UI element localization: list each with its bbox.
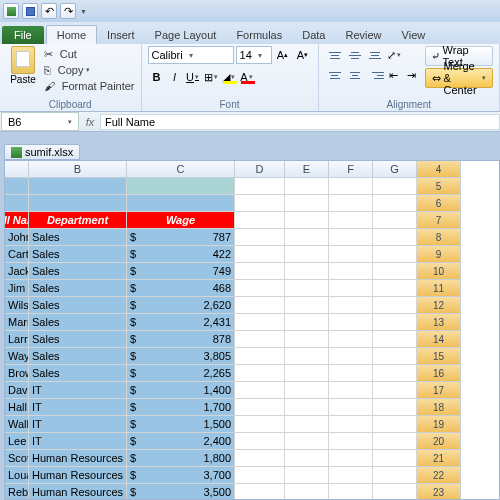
cell-name[interactable]: Jim Fitts bbox=[5, 280, 29, 297]
cell[interactable] bbox=[373, 348, 417, 365]
cell[interactable] bbox=[373, 263, 417, 280]
cell[interactable] bbox=[235, 229, 285, 246]
cell-dept[interactable]: Sales bbox=[29, 280, 127, 297]
bold-button[interactable]: B bbox=[148, 68, 166, 86]
cell-wage[interactable]: $2,620 bbox=[127, 297, 235, 314]
cell-dept[interactable]: IT bbox=[29, 433, 127, 450]
row-header[interactable]: 15 bbox=[417, 348, 461, 365]
cell-name[interactable]: Lee Carl bbox=[5, 433, 29, 450]
cell[interactable] bbox=[5, 178, 29, 195]
cell[interactable] bbox=[329, 212, 373, 229]
row-header[interactable]: 19 bbox=[417, 416, 461, 433]
cell[interactable] bbox=[373, 246, 417, 263]
cell-dept[interactable]: Sales bbox=[29, 331, 127, 348]
cell-dept[interactable]: Human Resources bbox=[29, 484, 127, 500]
format-painter-button[interactable]: 🖌 Format Painter bbox=[44, 78, 135, 94]
cell[interactable] bbox=[29, 195, 127, 212]
tab-data[interactable]: Data bbox=[292, 26, 335, 44]
cell-name[interactable]: Marry Christine bbox=[5, 314, 29, 331]
align-left-button[interactable] bbox=[325, 66, 345, 84]
row-header[interactable]: 12 bbox=[417, 297, 461, 314]
tab-home[interactable]: Home bbox=[46, 25, 97, 44]
cell[interactable] bbox=[5, 195, 29, 212]
cell-wage[interactable]: $1,800 bbox=[127, 450, 235, 467]
cell[interactable] bbox=[329, 365, 373, 382]
row-header[interactable]: 13 bbox=[417, 314, 461, 331]
cell[interactable] bbox=[373, 416, 417, 433]
save-icon[interactable] bbox=[22, 3, 38, 19]
cell[interactable] bbox=[285, 416, 329, 433]
cell[interactable] bbox=[235, 314, 285, 331]
cell[interactable] bbox=[235, 212, 285, 229]
cut-button[interactable]: ✂ Cut bbox=[44, 46, 135, 62]
cell[interactable] bbox=[329, 450, 373, 467]
row-header[interactable]: 4 bbox=[417, 161, 461, 178]
cell[interactable] bbox=[285, 314, 329, 331]
paste-button[interactable]: Paste bbox=[6, 46, 40, 85]
cell[interactable] bbox=[235, 297, 285, 314]
font-name-select[interactable]: Calibri▾ bbox=[148, 46, 234, 64]
row-header[interactable]: 17 bbox=[417, 382, 461, 399]
row-header[interactable]: 6 bbox=[417, 195, 461, 212]
cell[interactable] bbox=[373, 433, 417, 450]
cell-wage[interactable]: $3,700 bbox=[127, 467, 235, 484]
cell[interactable] bbox=[285, 450, 329, 467]
cell[interactable] bbox=[285, 331, 329, 348]
italic-button[interactable]: I bbox=[166, 68, 184, 86]
row-header[interactable]: 16 bbox=[417, 365, 461, 382]
cell[interactable] bbox=[373, 365, 417, 382]
cell[interactable] bbox=[373, 331, 417, 348]
row-header[interactable]: 8 bbox=[417, 229, 461, 246]
cell[interactable] bbox=[235, 263, 285, 280]
cell[interactable] bbox=[127, 195, 235, 212]
align-top-button[interactable] bbox=[325, 46, 345, 64]
row-header[interactable]: 5 bbox=[417, 178, 461, 195]
cell-wage[interactable]: $2,431 bbox=[127, 314, 235, 331]
increase-indent-button[interactable]: ⇥ bbox=[403, 66, 421, 84]
cell-dept[interactable]: IT bbox=[29, 416, 127, 433]
col-header[interactable]: C bbox=[127, 161, 235, 178]
cell[interactable] bbox=[329, 433, 373, 450]
cell[interactable] bbox=[329, 263, 373, 280]
cell[interactable] bbox=[235, 365, 285, 382]
qat-customize-icon[interactable]: ▼ bbox=[80, 8, 87, 15]
select-all[interactable] bbox=[5, 161, 29, 178]
cell-dept[interactable]: Sales bbox=[29, 229, 127, 246]
tab-file[interactable]: File bbox=[2, 26, 44, 44]
increase-font-icon[interactable]: A▴ bbox=[274, 46, 292, 64]
fx-icon[interactable]: fx bbox=[80, 116, 100, 128]
cell[interactable] bbox=[373, 399, 417, 416]
tab-page-layout[interactable]: Page Layout bbox=[145, 26, 227, 44]
cell-wage[interactable]: $1,500 bbox=[127, 416, 235, 433]
border-button[interactable]: ⊞▾ bbox=[202, 68, 220, 86]
undo-icon[interactable]: ↶ bbox=[41, 3, 57, 19]
cell-wage[interactable]: $468 bbox=[127, 280, 235, 297]
decrease-indent-button[interactable]: ⇤ bbox=[385, 66, 403, 84]
align-right-button[interactable] bbox=[365, 66, 385, 84]
cell[interactable] bbox=[373, 467, 417, 484]
cell[interactable] bbox=[235, 433, 285, 450]
cell-name[interactable]: Brown Leanne bbox=[5, 365, 29, 382]
cell[interactable] bbox=[329, 399, 373, 416]
cell-dept[interactable]: Sales bbox=[29, 348, 127, 365]
row-header[interactable]: 7 bbox=[417, 212, 461, 229]
tab-formulas[interactable]: Formulas bbox=[226, 26, 292, 44]
decrease-font-icon[interactable]: A▾ bbox=[294, 46, 312, 64]
formula-input[interactable]: Full Name bbox=[100, 114, 500, 130]
cell[interactable] bbox=[373, 280, 417, 297]
merge-center-button[interactable]: ⇔Merge & Center▾ bbox=[425, 68, 493, 88]
cell-dept[interactable]: Human Resources bbox=[29, 467, 127, 484]
cell-name[interactable]: Larry Fitzrick bbox=[5, 331, 29, 348]
cell[interactable] bbox=[329, 467, 373, 484]
cell[interactable] bbox=[329, 229, 373, 246]
row-header[interactable]: 23 bbox=[417, 484, 461, 500]
cell-dept[interactable]: Sales bbox=[29, 297, 127, 314]
cell[interactable] bbox=[235, 382, 285, 399]
cell-wage[interactable]: $3,805 bbox=[127, 348, 235, 365]
cell-wage[interactable]: $2,265 bbox=[127, 365, 235, 382]
cell[interactable] bbox=[235, 246, 285, 263]
cell-dept[interactable]: Sales bbox=[29, 365, 127, 382]
cell[interactable] bbox=[285, 297, 329, 314]
cell[interactable] bbox=[373, 382, 417, 399]
cell-wage[interactable]: $3,500 bbox=[127, 484, 235, 500]
